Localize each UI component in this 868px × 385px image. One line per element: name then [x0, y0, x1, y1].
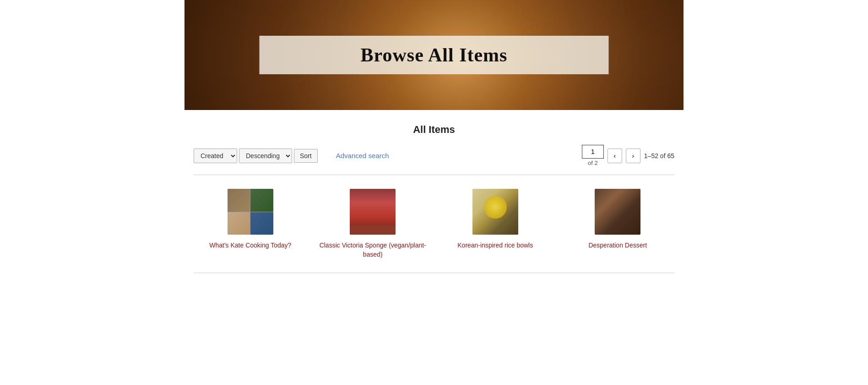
item-thumb-4 — [595, 189, 640, 235]
item-card-4[interactable]: Desperation Dessert — [561, 189, 675, 259]
main-content: All Items Created Title Updated Descendi… — [184, 124, 684, 273]
hero-overlay: Browse All Items — [260, 36, 609, 74]
prev-icon: ‹ — [613, 152, 616, 160]
collage-cell-3 — [228, 212, 250, 235]
hero-title: Browse All Items — [287, 44, 581, 66]
bottom-divider — [194, 273, 674, 273]
collage-cell-2 — [250, 189, 273, 212]
item-thumb-1 — [228, 189, 273, 235]
sort-controls: Created Title Updated Descending Ascendi… — [194, 148, 318, 163]
item-card-3[interactable]: Korean-inspired rice bowls — [439, 189, 552, 259]
sort-by-select[interactable]: Created Title Updated — [194, 148, 237, 163]
thumb-dessert-4 — [595, 189, 640, 235]
thumb-collage-1 — [228, 189, 273, 235]
collage-cell-4 — [250, 212, 273, 235]
item-title-1: What's Kate Cooking Today? — [209, 241, 291, 250]
advanced-search-link[interactable]: Advanced search — [336, 152, 389, 160]
item-title-4: Desperation Dessert — [588, 241, 647, 250]
page-input-wrap: of 2 — [582, 145, 604, 166]
sort-order-select[interactable]: Descending Ascending — [239, 148, 292, 163]
item-title-3: Korean-inspired rice bowls — [457, 241, 533, 250]
sort-button[interactable]: Sort — [294, 149, 318, 163]
item-thumb-2 — [350, 189, 396, 235]
controls-bar: Created Title Updated Descending Ascendi… — [194, 145, 674, 166]
page-number-input[interactable] — [582, 145, 604, 159]
item-thumb-3 — [472, 189, 518, 235]
next-page-button[interactable]: › — [626, 148, 640, 163]
hero-banner: Browse All Items — [184, 0, 684, 110]
thumb-cake-2 — [350, 189, 396, 235]
top-divider — [194, 175, 674, 175]
page-range: 1–52 of 65 — [644, 152, 674, 160]
item-card-2[interactable]: Classic Victoria Sponge (vegan/plant-bas… — [316, 189, 430, 259]
page-total: of 2 — [588, 160, 598, 166]
next-icon: › — [632, 152, 634, 160]
item-title-2: Classic Victoria Sponge (vegan/plant-bas… — [316, 241, 430, 259]
item-card-1[interactable]: What's Kate Cooking Today? — [194, 189, 307, 259]
thumb-rice-3 — [472, 189, 518, 235]
section-title: All Items — [194, 124, 674, 136]
collage-cell-1 — [228, 189, 250, 212]
prev-page-button[interactable]: ‹ — [608, 148, 622, 163]
pagination-controls: of 2 ‹ › 1–52 of 65 — [582, 145, 674, 166]
items-grid: What's Kate Cooking Today? Classic Victo… — [194, 189, 674, 259]
